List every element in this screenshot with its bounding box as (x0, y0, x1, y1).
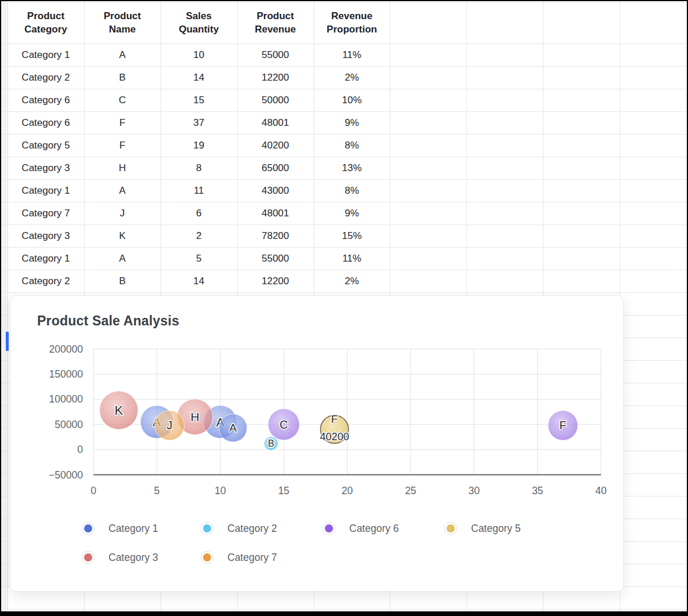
y-tick-label: 100000 (49, 393, 84, 405)
table-cell[interactable]: 6 (161, 202, 237, 224)
table-cell[interactable]: 12200 (237, 66, 314, 89)
table-cell[interactable]: K (84, 224, 161, 247)
bubble-label: H (190, 410, 199, 423)
x-tick-label: 25 (405, 485, 416, 497)
chart-card[interactable]: Product Sale Analysis 200000150000100000… (10, 295, 624, 592)
y-axis-labels: 200000150000100000500000−50000 (49, 343, 83, 481)
legend-item-category-2[interactable]: Category 2 (201, 523, 277, 535)
table-cell[interactable]: B (84, 270, 161, 292)
table-cell[interactable]: Category 3 (8, 224, 84, 247)
table-cell[interactable]: 40200 (237, 134, 314, 157)
table-cell[interactable]: J (84, 202, 161, 224)
table-cell[interactable]: 8% (314, 134, 390, 157)
x-tick-label: 20 (342, 485, 353, 497)
legend-label: Category 2 (227, 523, 277, 534)
bubble-label: J (166, 419, 172, 432)
legend-swatch (325, 524, 333, 532)
legend-item-category-7[interactable]: Category 7 (201, 552, 277, 564)
column-header-cell[interactable]: Product Category (8, 2, 84, 44)
table-cell[interactable]: Category 2 (8, 66, 84, 89)
bubble-label: A (229, 422, 237, 434)
table-cell[interactable]: 5 (161, 247, 237, 270)
column-header-cell[interactable]: Revenue Proportion (314, 2, 390, 44)
table-cell[interactable]: 8 (161, 157, 237, 179)
table-cell[interactable]: 48001 (237, 111, 314, 134)
x-tick-label: 0 (90, 485, 96, 497)
table-cell[interactable]: 13% (314, 157, 390, 179)
table-cell[interactable]: A (84, 44, 161, 66)
table-cell[interactable]: 43000 (237, 179, 314, 202)
table-cell[interactable]: Category 6 (8, 111, 84, 134)
table-cell[interactable]: Category 2 (8, 270, 84, 292)
table-cell[interactable]: Category 1 (8, 179, 84, 202)
y-tick-label: −50000 (49, 469, 83, 481)
legend-label: Category 6 (349, 523, 399, 534)
y-tick-label: 0 (77, 444, 83, 455)
table-cell[interactable]: 55000 (237, 44, 314, 66)
table-cell[interactable]: 12200 (237, 270, 314, 292)
table-cell[interactable]: F (84, 111, 161, 134)
column-header-cell[interactable]: Product Name (84, 2, 161, 44)
table-cell[interactable]: B (84, 66, 161, 89)
table-cell[interactable]: 14 (161, 66, 237, 89)
spreadsheet-screen: Product CategoryProduct NameSales Quanti… (0, 0, 688, 616)
table-cell[interactable]: 37 (161, 111, 237, 134)
table-cell[interactable]: Category 5 (8, 134, 84, 157)
table-cell[interactable]: 2 (161, 224, 237, 247)
series-category-7: J (155, 411, 184, 440)
table-cell[interactable]: A (84, 179, 161, 202)
bubble-label: F (331, 413, 338, 425)
chart-legend: Category 1Category 2Category 6Category 5… (82, 523, 521, 564)
column-header-cell[interactable]: Sales Quantity (161, 2, 237, 44)
table-cell[interactable]: 11% (314, 247, 390, 270)
table-cell[interactable]: 2% (314, 270, 390, 292)
table-cell[interactable]: 2% (314, 66, 390, 89)
legend-item-category-6[interactable]: Category 6 (323, 523, 399, 535)
bubble-label: C (280, 418, 288, 431)
x-tick-label: 15 (278, 485, 289, 497)
table-cell[interactable]: H (84, 157, 161, 179)
table-cell[interactable]: 19 (161, 134, 237, 157)
table-cell[interactable]: 9% (314, 202, 390, 224)
bubble-label: B (268, 439, 274, 448)
legend-swatch (84, 524, 92, 532)
legend-item-category-5[interactable]: Category 5 (445, 523, 521, 535)
table-cell[interactable]: 65000 (237, 157, 314, 179)
table-cell[interactable]: F (84, 134, 161, 157)
table-cell[interactable]: A (84, 247, 161, 270)
legend-item-category-3[interactable]: Category 3 (82, 552, 158, 564)
bubble-label: F (559, 419, 566, 432)
legend-swatch (203, 524, 211, 532)
x-tick-label: 35 (532, 485, 543, 497)
table-cell[interactable]: 11% (314, 44, 390, 66)
table-cell[interactable]: Category 6 (8, 89, 84, 111)
table-cell[interactable]: C (84, 89, 161, 111)
table-cell[interactable]: 15% (314, 224, 390, 247)
data-table: Product CategoryProduct NameSales Quanti… (8, 2, 688, 293)
table-cell[interactable]: 55000 (237, 247, 314, 270)
legend-item-category-1[interactable]: Category 1 (82, 523, 158, 535)
table-cell[interactable]: 9% (314, 111, 390, 134)
table-cell[interactable]: Category 3 (8, 157, 84, 179)
table-cell[interactable]: 8% (314, 179, 390, 202)
table-cell[interactable]: 50000 (237, 89, 314, 111)
series-category-5: F40200 (320, 413, 349, 443)
table-cell[interactable]: 48001 (237, 202, 314, 224)
table-cell[interactable]: 10 (161, 44, 237, 66)
legend-label: Category 7 (227, 552, 277, 563)
legend-swatch (203, 553, 211, 561)
x-tick-label: 40 (595, 485, 607, 497)
legend-label: Category 5 (471, 523, 521, 534)
table-cell[interactable]: Category 1 (8, 44, 84, 66)
table-cell[interactable]: 78200 (237, 224, 314, 247)
table-cell[interactable]: 11 (161, 179, 237, 202)
column-header-cell[interactable]: Product Revenue (237, 2, 314, 44)
bubble-value-label: 40200 (320, 431, 349, 443)
table-cell[interactable]: 14 (161, 270, 237, 292)
table-cell[interactable]: Category 1 (8, 247, 84, 270)
series-category-2: BB (264, 436, 278, 450)
table-cell[interactable]: 10% (314, 89, 390, 111)
table-cell[interactable]: Category 7 (8, 202, 84, 224)
table-cell[interactable]: 15 (161, 89, 237, 111)
legend-label: Category 1 (108, 523, 158, 534)
